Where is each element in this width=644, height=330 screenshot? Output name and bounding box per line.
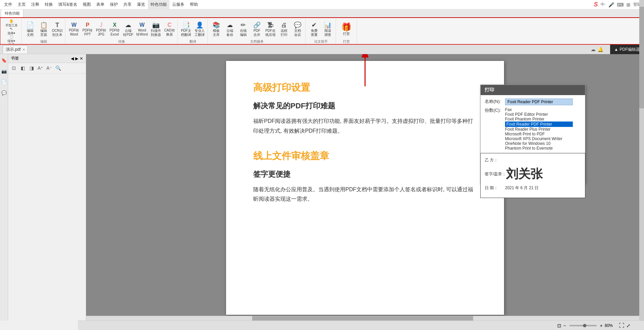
edit-page-icon: 📋 — [40, 22, 47, 28]
hscrollbar-thumb[interactable] — [252, 316, 474, 321]
sidebar-nav-right[interactable]: ▶ — [75, 56, 78, 61]
keyboard-icon[interactable]: ⌨ — [617, 2, 624, 7]
cad-label: CAD转换器 — [164, 28, 175, 37]
menu-convert[interactable]: 转换 — [42, 0, 56, 9]
menu-browse[interactable]: 瀑览 — [134, 0, 148, 9]
select-tool-btn[interactable]: ↖ 选择▾ — [5, 27, 18, 35]
zoom-plus-btn[interactable]: + — [600, 323, 603, 328]
cad-convert-btn[interactable]: C CAD转换器 — [163, 20, 176, 39]
signature-name-value: 刘关张 — [506, 166, 543, 182]
menu-share[interactable]: 共享 — [121, 0, 134, 9]
pdf-to-excel-btn[interactable]: X PDF转Excel — [108, 20, 121, 39]
foxit-s-logo: S — [594, 1, 598, 8]
print-list-foxit-phantom: Foxit Phantom Printer — [505, 117, 573, 122]
sidebar-comment-icon[interactable]: 💬 — [1, 89, 7, 96]
section-signature: 线上文件审核盖章 签字更便捷 随着无纸化办公应用普及。当遇到使用PDF文档中需要… — [253, 150, 477, 204]
menu-special[interactable]: 特色功能 — [148, 0, 169, 9]
sidebar-header-buttons: ◀ ▶ ✕ — [71, 56, 83, 61]
cloud-backup-btn[interactable]: ☁ 云端备份 — [223, 20, 236, 39]
pdf-to-jpg-btn[interactable]: J PDF转JPG — [95, 20, 107, 39]
menu-form[interactable]: 表单 — [94, 0, 107, 9]
doc-tab-close[interactable]: × — [23, 47, 25, 51]
doc-meeting-label: 文档会议 — [294, 29, 301, 37]
print-list-foxit-plus: Foxit Reader Plus Printer — [505, 127, 573, 132]
convert-group-label: 转换 — [118, 39, 125, 45]
scan-convert-btn[interactable]: 📷 扫描件转换器 — [149, 20, 162, 39]
edit-page-btn[interactable]: 📋 编辑页面 — [37, 20, 50, 39]
doc-meeting-icon: 💬 — [294, 22, 301, 28]
bookmark-icon-3[interactable]: ◨ — [28, 64, 35, 72]
right-scrollbar[interactable] — [639, 0, 644, 321]
free-check-btn[interactable]: ✔ 免费查重 — [308, 20, 321, 39]
ribbon-content: ✋ 手型工具 ↖ 选择▾ ⬚ 缩放▾ 工具 📄 编辑文档 — [0, 18, 644, 45]
print-selected-foxit-reader[interactable]: Foxit Reader PDF Printer — [505, 122, 573, 127]
bookmark-icon-6[interactable]: 🔍 — [54, 64, 62, 72]
bookmark-icon-5[interactable]: A⁻ — [45, 64, 53, 72]
bookmark-icon-1[interactable]: ⊡ — [10, 64, 18, 72]
menu-protect[interactable]: 保护 — [107, 0, 121, 9]
menu-file[interactable]: 文件 — [1, 0, 15, 9]
remote-print-btn[interactable]: 🖨 远程打印 — [278, 20, 290, 39]
grid-icon[interactable]: ⊞ — [626, 2, 630, 7]
pdf-compress-btn[interactable]: 🗜 PDF在线压缩 — [264, 20, 277, 39]
cloud-to-pdf-btn[interactable]: ☁ 云端转PDF — [122, 20, 135, 39]
ocr-btn[interactable]: T OCR识别文本 — [51, 20, 64, 39]
menu-cloud[interactable]: 云服务 — [169, 0, 187, 9]
signature-sign-label: 签字/盖章： — [485, 171, 506, 177]
doc-meeting-btn[interactable]: 💬 文档会议 — [291, 20, 304, 39]
print-list-fax: Fax — [505, 107, 573, 112]
pdf-to-word-btn[interactable]: W PDF转Word — [67, 20, 80, 39]
sidebar-nav-left[interactable]: ◀ — [71, 56, 74, 61]
print-row-name: 名称(N): Foxit Reader PDF Printer — [485, 98, 581, 105]
read-survey-btn[interactable]: 📊 阅读调查 — [321, 20, 334, 39]
fullscreen-icon[interactable]: ⛶ — [619, 323, 624, 329]
pro-translate-btn[interactable]: 👤 专业人工翻译 — [193, 20, 206, 39]
ribbon-group-paper: ✔ 免费查重 📊 阅读调查 论文助手 — [306, 19, 336, 44]
zoom-slider[interactable] — [569, 325, 597, 326]
menu-home[interactable]: 主页 — [15, 0, 28, 9]
sidebar-bookmark-icon[interactable]: 🔖 — [1, 57, 7, 64]
pdf-jpg-icon: J — [100, 22, 102, 28]
print-input-name[interactable]: Foxit Reader PDF Printer — [505, 98, 573, 105]
hand-tool-btn[interactable]: ✋ 手型工具 — [5, 20, 18, 27]
scrollbar-thumb[interactable] — [639, 7, 644, 108]
reward-label: 打赏 — [343, 32, 350, 36]
pdf-translate-btn[interactable]: 📑 PDF文档翻译 — [180, 20, 193, 39]
scan-icon: 📷 — [152, 22, 160, 28]
word-to-word-btn[interactable]: W Word转Word — [135, 20, 149, 39]
sidebar-close[interactable]: ✕ — [80, 56, 83, 61]
doc-tab[interactable]: 演示.pdf × — [3, 45, 28, 53]
sidebar-left-icons: 🔖 📷 📄 💬 — [0, 54, 8, 321]
menu-view[interactable]: 视图 — [80, 0, 94, 9]
zoom-minus-btn[interactable]: − — [563, 323, 566, 328]
sidebar-page-icon[interactable]: 📄 — [1, 79, 7, 85]
menu-comments[interactable]: 注释 — [28, 0, 42, 9]
menu-sign[interactable]: 填写&签名 — [56, 0, 80, 9]
pdf-merge-btn[interactable]: 🔗 PDF合并 — [250, 20, 263, 39]
horizontal-scrollbar[interactable] — [86, 316, 639, 321]
pdf-merge-icon: 🔗 — [253, 22, 261, 28]
ribbon-tab-special[interactable]: 特色功能 — [1, 9, 23, 17]
sidebar-photo-icon[interactable]: 📷 — [1, 68, 7, 74]
ribbon-group-edit: 📄 编辑文档 📋 编辑页面 T OCR识别文本 编辑 — [22, 19, 65, 44]
pdf-ppt-label: PDF转PPT — [82, 28, 93, 37]
bookmark-icon-2[interactable]: ◧ — [19, 64, 26, 72]
zoom-tool-btn[interactable]: ⬚ 缩放▾ — [5, 35, 18, 43]
maximize-icon[interactable]: ⤢ — [626, 323, 630, 328]
bell-tab-icon[interactable]: 🔔 — [598, 47, 603, 52]
ribbon-group-reward: 🎁 打赏 打赏 — [337, 19, 357, 44]
bookmark-icon-4[interactable]: A⁺ — [37, 64, 44, 72]
mic-icon[interactable]: 🎤 — [608, 2, 614, 7]
cad-icon: C — [167, 22, 172, 28]
edit-doc-btn[interactable]: 📄 编辑文档 — [24, 20, 37, 39]
reward-btn[interactable]: 🎁 打赏 — [340, 20, 353, 39]
reward-buttons-row: 🎁 打赏 — [340, 20, 353, 39]
section2-subtitle: 签字更便捷 — [253, 169, 477, 179]
zoom-slider-thumb[interactable] — [583, 324, 586, 327]
cloud-tab-icon[interactable]: ☁ — [591, 47, 596, 52]
zoom-page-icon[interactable]: ⊡ — [557, 323, 561, 328]
template-library-btn[interactable]: 📚 模板文库 — [210, 20, 223, 39]
pdf-to-ppt-btn[interactable]: P PDF转PPT — [81, 20, 94, 39]
online-edit-btn[interactable]: ✏ 在线编辑 — [237, 20, 250, 39]
menu-help[interactable]: 帮助 — [187, 0, 201, 9]
